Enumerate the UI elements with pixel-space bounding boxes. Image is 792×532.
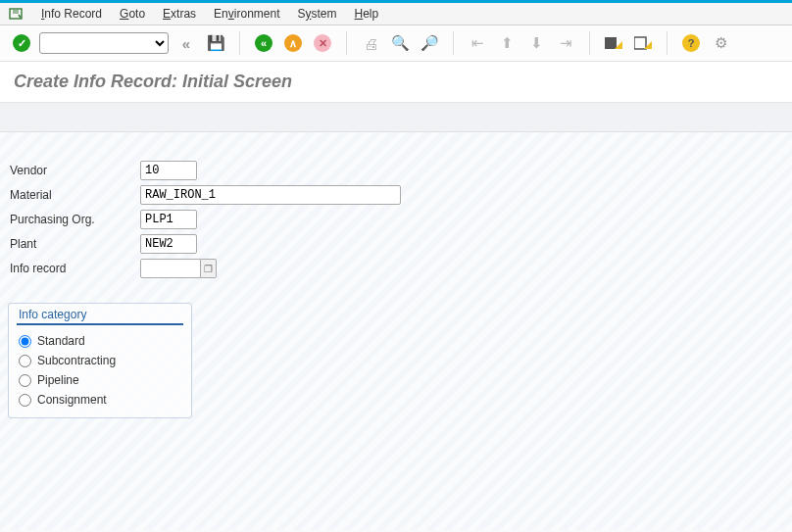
purchasing-org-label: Purchasing Org. — [8, 213, 140, 226]
menu-system[interactable]: System — [297, 7, 336, 21]
radio-consignment[interactable] — [19, 394, 31, 407]
radio-pipeline[interactable] — [19, 374, 31, 387]
help-button[interactable]: ? — [679, 31, 703, 55]
prev-page-icon[interactable]: ⬆ — [495, 31, 519, 55]
enter-button[interactable]: ✓ — [10, 31, 33, 55]
plant-field[interactable] — [140, 234, 197, 254]
content-area: Vendor Material Purchasing Org. Plant In… — [0, 132, 792, 530]
back-chevrons-icon[interactable]: « — [174, 31, 198, 55]
back-button[interactable]: « — [252, 31, 275, 55]
menubar: Info Record Goto Extras Environment Syst… — [0, 3, 792, 25]
next-page-icon[interactable]: ⬇ — [524, 31, 548, 55]
info-category-group: Info category Standard Subcontracting Pi… — [8, 303, 192, 418]
command-field[interactable] — [39, 32, 169, 54]
radio-subcontracting[interactable] — [19, 355, 31, 367]
customize-icon[interactable]: ⚙ — [709, 31, 732, 55]
svg-rect-1 — [605, 37, 617, 49]
last-page-icon[interactable]: ⇥ — [554, 31, 577, 55]
purchasing-org-field[interactable] — [140, 210, 197, 229]
svg-marker-4 — [644, 41, 652, 49]
radio-standard-label: Standard — [37, 334, 85, 348]
vendor-label: Vendor — [8, 164, 140, 177]
print-icon[interactable]: 🖨 — [359, 31, 382, 55]
radio-standard[interactable] — [19, 335, 31, 348]
menu-extras[interactable]: Extras — [163, 7, 196, 21]
application-toolbar — [0, 103, 792, 132]
find-icon[interactable]: 🔍 — [388, 31, 412, 55]
save-icon[interactable]: 💾 — [204, 31, 227, 55]
menu-command-icon[interactable] — [8, 7, 24, 21]
menu-environment[interactable]: Environment — [214, 7, 279, 21]
toolbar: ✓ « 💾 « ∧ ✕ 🖨 🔍 🔎 ⇤ ⬆ ⬇ ⇥ ? ⚙ — [0, 25, 792, 62]
plant-label: Plant — [8, 237, 140, 251]
menu-help[interactable]: Help — [355, 7, 379, 21]
menu-goto[interactable]: Goto — [120, 7, 145, 21]
page-title: Create Info Record: Initial Screen — [0, 62, 792, 103]
search-help-icon[interactable]: ❐ — [201, 259, 217, 278]
new-session-icon[interactable] — [602, 31, 625, 55]
create-shortcut-icon[interactable] — [631, 31, 655, 55]
radio-consignment-label: Consignment — [37, 393, 107, 407]
radio-subcontracting-label: Subcontracting — [37, 354, 116, 367]
exit-button[interactable]: ∧ — [281, 31, 305, 55]
info-record-field[interactable] — [140, 259, 201, 278]
info-record-label: Info record — [8, 262, 140, 275]
radio-pipeline-label: Pipeline — [37, 373, 79, 387]
material-label: Material — [8, 188, 140, 202]
cancel-button[interactable]: ✕ — [311, 31, 334, 55]
material-field[interactable] — [140, 185, 401, 205]
info-category-legend: Info category — [17, 304, 183, 325]
first-page-icon[interactable]: ⇤ — [466, 31, 489, 55]
svg-rect-3 — [634, 37, 646, 49]
menu-info-record[interactable]: Info Record — [41, 7, 102, 21]
vendor-field[interactable] — [140, 161, 197, 180]
find-next-icon[interactable]: 🔎 — [418, 31, 441, 55]
